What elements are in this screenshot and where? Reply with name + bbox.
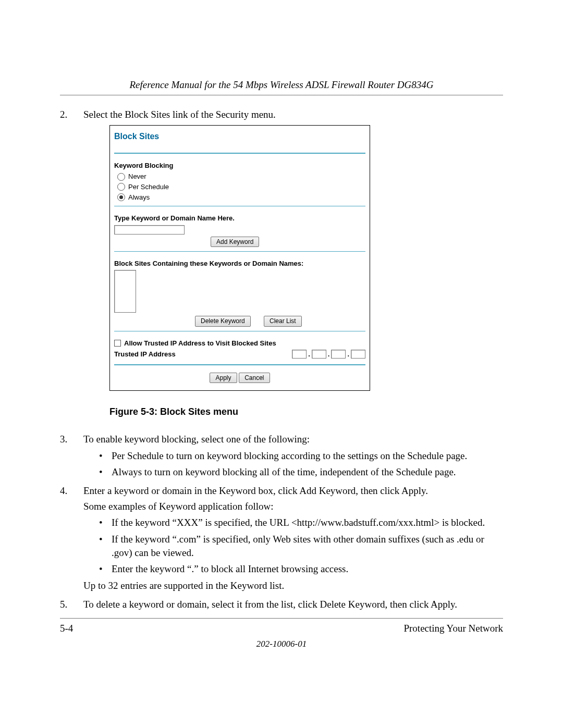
ui-divider bbox=[114, 331, 365, 331]
apply-button[interactable]: Apply bbox=[210, 373, 237, 383]
trusted-ip-octet-1[interactable] bbox=[292, 350, 307, 359]
clear-list-button[interactable]: Clear List bbox=[264, 316, 302, 326]
step-5: 5. To delete a keyword or domain, select… bbox=[60, 598, 503, 611]
step-3: 3. To enable keyword blocking, select on… bbox=[60, 433, 503, 479]
allow-trusted-label: Allow Trusted IP Address to Visit Blocke… bbox=[124, 339, 276, 348]
step-3-bullet-2: Always to turn on keyword blocking all o… bbox=[99, 465, 503, 479]
step-4-bullet-3: Enter the keyword “.” to block all Inter… bbox=[99, 562, 503, 576]
step-4-line1: Enter a keyword or domain in the Keyword… bbox=[83, 485, 428, 496]
ip-dot: . bbox=[308, 350, 311, 359]
footer-section: Protecting Your Network bbox=[403, 622, 503, 635]
trusted-ip-octet-3[interactable] bbox=[331, 350, 346, 359]
step-4: 4. Enter a keyword or domain in the Keyw… bbox=[60, 484, 503, 592]
step-2-num: 2. bbox=[60, 108, 67, 121]
ui-divider bbox=[114, 364, 365, 365]
add-keyword-button[interactable]: Add Keyword bbox=[211, 237, 259, 247]
step-4-bullet-1: If the keyword “XXX” is specified, the U… bbox=[99, 516, 503, 529]
step-2-text: Select the Block Sites link of the Secur… bbox=[83, 109, 276, 120]
block-sites-figure: Block Sites Keyword Blocking Never Per S… bbox=[109, 125, 370, 391]
step-5-text: To delete a keyword or domain, select it… bbox=[83, 599, 457, 610]
footer-page: 5-4 bbox=[60, 622, 73, 635]
ip-dot: . bbox=[347, 350, 350, 359]
ui-divider bbox=[114, 153, 365, 154]
block-list-label: Block Sites Containing these Keywords or… bbox=[114, 259, 365, 268]
radio-never-label: Never bbox=[128, 172, 146, 181]
keyword-blocking-heading: Keyword Blocking bbox=[114, 161, 365, 170]
step-3-text: To enable keyword blocking, select one o… bbox=[83, 434, 310, 445]
trusted-ip-octet-2[interactable] bbox=[312, 350, 326, 359]
radio-per-schedule-label: Per Schedule bbox=[128, 182, 169, 192]
figure-caption: Figure 5-3: Block Sites menu bbox=[109, 405, 503, 418]
radio-always-label: Always bbox=[128, 193, 150, 202]
step-4-bullet-2: If the keyword “.com” is specified, only… bbox=[99, 533, 503, 559]
trusted-ip-label: Trusted IP Address bbox=[114, 350, 176, 359]
step-5-num: 5. bbox=[60, 598, 67, 611]
footer-rule bbox=[60, 618, 503, 619]
ui-divider bbox=[114, 206, 365, 206]
ui-divider bbox=[114, 251, 365, 252]
cancel-button[interactable]: Cancel bbox=[239, 373, 270, 383]
step-3-bullet-1: Per Schedule to turn on keyword blocking… bbox=[99, 449, 503, 463]
running-header: Reference Manual for the 54 Mbps Wireles… bbox=[60, 78, 503, 92]
keyword-listbox[interactable] bbox=[114, 270, 136, 313]
step-4-num: 4. bbox=[60, 484, 67, 498]
radio-never[interactable] bbox=[117, 173, 125, 181]
radio-per-schedule[interactable] bbox=[117, 183, 125, 191]
step-4-tail: Up to 32 entries are supported in the Ke… bbox=[83, 579, 503, 593]
footer-docnum: 202-10006-01 bbox=[60, 638, 503, 650]
step-4-line2: Some examples of Keyword application fol… bbox=[83, 500, 503, 513]
delete-keyword-button[interactable]: Delete Keyword bbox=[195, 316, 251, 326]
header-rule bbox=[60, 95, 503, 95]
ui-title: Block Sites bbox=[114, 131, 365, 142]
trusted-ip-octet-4[interactable] bbox=[351, 350, 365, 359]
step-3-num: 3. bbox=[60, 433, 67, 446]
type-keyword-label: Type Keyword or Domain Name Here. bbox=[114, 214, 365, 223]
keyword-input[interactable] bbox=[114, 225, 185, 235]
ip-dot: . bbox=[327, 350, 331, 359]
radio-always[interactable] bbox=[117, 193, 125, 201]
allow-trusted-checkbox[interactable] bbox=[114, 340, 121, 347]
step-2: 2. Select the Block Sites link of the Se… bbox=[60, 108, 503, 418]
